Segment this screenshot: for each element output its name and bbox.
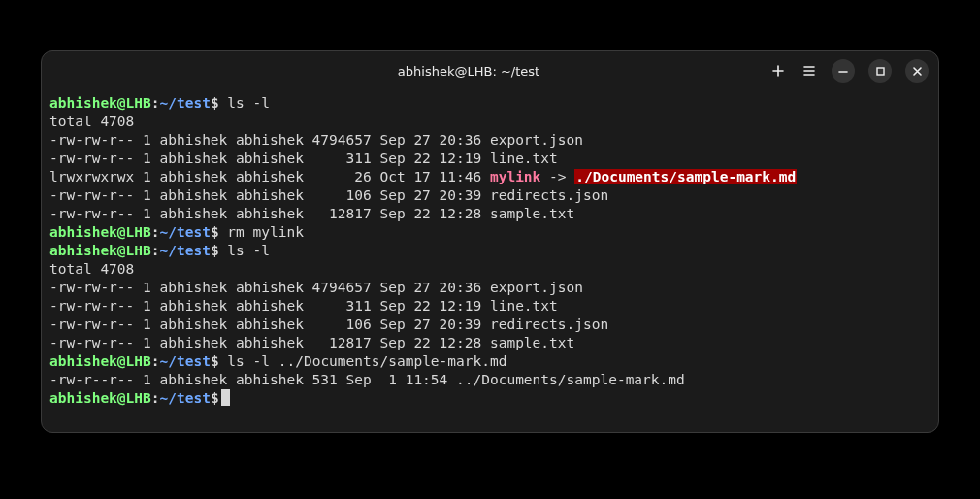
- prompt-user: abhishek: [49, 95, 117, 111]
- window-controls: [769, 59, 929, 83]
- prompt-colon: :: [151, 95, 160, 111]
- prompt-path: ~/test: [160, 95, 211, 111]
- ls-row: -rw-rw-r-- 1 abhishek abhishek 106 Sep 2…: [49, 316, 931, 334]
- window-title: abhishek@LHB: ~/test: [168, 64, 769, 79]
- symlink-target: ./Documents/sample-mark.md: [574, 169, 797, 184]
- symlink-name: mylink: [490, 169, 540, 184]
- file-name: line.txt: [490, 298, 558, 314]
- prompt-path: ~/test: [160, 353, 211, 369]
- prompt-path: ~/test: [160, 243, 211, 258]
- output-total: total 4708: [49, 260, 931, 279]
- ls-row: -rw-rw-r-- 1 abhishek abhishek 4794657 S…: [49, 131, 931, 150]
- ls-row: -rw-r--r-- 1 abhishek abhishek 531 Sep 1…: [49, 371, 931, 389]
- prompt-path: ~/test: [160, 390, 211, 406]
- command-text: ls -l: [219, 95, 270, 111]
- ls-row: lrwxrwxrwx 1 abhishek abhishek 26 Oct 17…: [49, 168, 931, 186]
- prompt-user: abhishek: [49, 224, 117, 240]
- prompt-user: abhishek: [49, 390, 117, 406]
- prompt-user: abhishek: [49, 353, 117, 369]
- prompt-host: @LHB: [117, 243, 151, 258]
- prompt-host: @LHB: [117, 353, 151, 369]
- prompt-host: @LHB: [117, 390, 151, 406]
- prompt-user: abhishek: [49, 243, 117, 258]
- svg-rect-0: [877, 68, 884, 75]
- prompt-host: @LHB: [117, 224, 151, 240]
- ls-row: -rw-rw-r-- 1 abhishek abhishek 4794657 S…: [49, 279, 931, 297]
- ls-row: -rw-rw-r-- 1 abhishek abhishek 12817 Sep…: [49, 334, 931, 352]
- prompt-path: ~/test: [160, 224, 211, 240]
- ls-row: -rw-rw-r-- 1 abhishek abhishek 311 Sep 2…: [49, 297, 931, 316]
- ls-row: -rw-rw-r-- 1 abhishek abhishek 311 Sep 2…: [49, 150, 931, 168]
- command-text: ls -l: [219, 243, 270, 258]
- file-name: sample.txt: [490, 206, 574, 221]
- prompt-dollar: $: [211, 390, 219, 406]
- prompt-line: abhishek@LHB:~/test$ ls -l: [49, 242, 931, 260]
- ls-row: -rw-rw-r-- 1 abhishek abhishek 106 Sep 2…: [49, 186, 931, 205]
- file-name: line.txt: [490, 150, 558, 166]
- prompt-colon: :: [151, 390, 160, 406]
- new-tab-button[interactable]: [769, 62, 787, 80]
- prompt-colon: :: [151, 353, 160, 369]
- output-total: total 4708: [49, 113, 931, 131]
- symlink-arrow-icon: ->: [540, 169, 574, 184]
- prompt-line: abhishek@LHB:~/test$ rm mylink: [49, 223, 931, 242]
- prompt-dollar: $: [211, 243, 219, 258]
- close-button[interactable]: [905, 59, 929, 83]
- file-name: export.json: [490, 280, 583, 295]
- file-name: export.json: [490, 132, 583, 148]
- file-name: redirects.json: [490, 187, 608, 203]
- terminal-window: abhishek@LHB: ~/test abhishek@LHB:~/test…: [41, 50, 939, 433]
- prompt-line: abhishek@LHB:~/test$: [49, 389, 931, 408]
- ls-row: -rw-rw-r-- 1 abhishek abhishek 12817 Sep…: [49, 205, 931, 223]
- prompt-dollar: $: [211, 224, 219, 240]
- command-text: rm mylink: [219, 224, 304, 240]
- cursor: [221, 389, 230, 406]
- file-name: ../Documents/sample-mark.md: [456, 372, 685, 387]
- hamburger-menu-button[interactable]: [800, 62, 818, 80]
- prompt-line: abhishek@LHB:~/test$ ls -l ../Documents/…: [49, 352, 931, 371]
- prompt-dollar: $: [211, 353, 219, 369]
- minimize-button[interactable]: [832, 59, 855, 83]
- prompt-dollar: $: [211, 95, 219, 111]
- command-text: ls -l ../Documents/sample-mark.md: [219, 353, 507, 369]
- maximize-button[interactable]: [868, 59, 892, 83]
- file-name: redirects.json: [490, 316, 608, 332]
- prompt-host: @LHB: [117, 95, 151, 111]
- titlebar: abhishek@LHB: ~/test: [42, 51, 938, 90]
- prompt-colon: :: [151, 224, 160, 240]
- prompt-colon: :: [151, 243, 160, 258]
- terminal-body[interactable]: abhishek@LHB:~/test$ ls -ltotal 4708-rw-…: [42, 90, 938, 432]
- file-name: sample.txt: [490, 335, 574, 350]
- prompt-line: abhishek@LHB:~/test$ ls -l: [49, 94, 931, 113]
